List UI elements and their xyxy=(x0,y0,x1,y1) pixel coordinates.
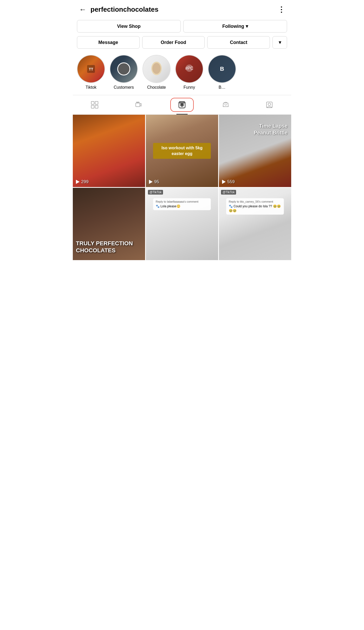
order-food-button[interactable]: Order Food xyxy=(142,36,205,49)
reel-text-4: TRULY PERFECTIONCHOCOLATES xyxy=(76,240,133,254)
top-action-buttons: View Shop Following ▾ xyxy=(73,18,291,35)
reel-caption-2: Iso workout with 5kg easter egg xyxy=(153,143,211,159)
reel-cell-2[interactable]: Iso workout with 5kg easter egg 95 xyxy=(146,115,218,187)
svg-rect-13 xyxy=(138,102,139,103)
svg-rect-11 xyxy=(136,103,140,107)
tab-shop[interactable] xyxy=(204,95,248,114)
view-count-2: 95 xyxy=(149,179,159,184)
highlight-label-tiktok: Tiktok xyxy=(86,85,96,90)
customers-story-visual xyxy=(117,62,130,75)
svg-text:B: B xyxy=(220,66,224,72)
header: ← perfectionchocolates ⋮ xyxy=(73,0,291,18)
highlight-label-customers: Customers xyxy=(114,85,134,90)
tab-igtv[interactable] xyxy=(116,95,160,114)
highlight-circle-chocolate xyxy=(142,55,171,83)
tab-reels[interactable] xyxy=(160,95,204,114)
tagged-icon xyxy=(265,101,273,109)
back-button[interactable]: ← xyxy=(79,5,86,14)
message-button[interactable]: Message xyxy=(77,36,140,49)
reels-icon xyxy=(178,101,186,109)
profile-username: perfectionchocolates xyxy=(90,5,278,14)
svg-point-17 xyxy=(180,102,181,103)
svg-rect-10 xyxy=(95,105,98,108)
bottom-action-buttons: Message Order Food Contact ▾ xyxy=(73,35,291,52)
highlight-funny[interactable]: #PC Funny xyxy=(175,55,203,90)
svg-rect-12 xyxy=(136,102,138,103)
highlight-tiktok[interactable]: TT Tiktok xyxy=(77,55,105,90)
highlight-chocolate[interactable]: Chocolate xyxy=(142,55,171,90)
tiktok-badge-5: @TikTok xyxy=(148,190,163,195)
igtv-icon xyxy=(134,101,142,109)
svg-text:TT: TT xyxy=(89,67,93,71)
highlight-customers[interactable]: Customers xyxy=(110,55,138,90)
reel-comment-5: Reply to lalaellaaaaaa's comment 🐾 Lola … xyxy=(153,198,211,210)
play-icon-3 xyxy=(222,180,226,184)
svg-rect-9 xyxy=(91,105,94,108)
highlight-circle-extra: B xyxy=(208,55,236,83)
svg-point-19 xyxy=(184,102,184,103)
view-count-1: 299 xyxy=(76,179,88,184)
more-options-button[interactable]: ⋮ xyxy=(278,5,285,14)
play-icon-1 xyxy=(76,180,80,184)
highlight-circle-funny: #PC xyxy=(175,55,203,83)
svg-point-21 xyxy=(268,103,271,106)
grid-icon xyxy=(91,101,99,109)
reel-cell-6[interactable]: @TikTok Reply to tito_camey_56's comment… xyxy=(219,188,291,260)
highlight-label-funny: Funny xyxy=(184,85,195,90)
reel-cell-1[interactable]: 299 xyxy=(73,115,145,187)
tab-bar xyxy=(73,95,291,115)
tiktok-story-icon: TT xyxy=(86,64,96,74)
highlights-row: TT Tiktok Customers Chocolate xyxy=(73,52,291,95)
extra-story-icon: B xyxy=(216,62,229,75)
highlight-extra[interactable]: B B… xyxy=(208,55,236,90)
svg-point-18 xyxy=(182,102,183,103)
svg-rect-8 xyxy=(95,101,98,104)
tab-tagged[interactable] xyxy=(248,95,291,114)
reel-text-3: Time LapsePeanut Brittle xyxy=(254,123,288,136)
funny-story-icon: #PC xyxy=(183,62,196,75)
shop-icon xyxy=(222,101,230,109)
tiktok-badge-6: @TikTok xyxy=(221,190,236,195)
following-label: Following xyxy=(222,24,244,29)
view-shop-button[interactable]: View Shop xyxy=(77,20,181,33)
highlight-circle-customers xyxy=(110,55,138,83)
following-button[interactable]: Following ▾ xyxy=(183,20,287,33)
highlight-label-extra: B… xyxy=(219,85,226,90)
chocolate-story-icon xyxy=(149,61,164,77)
tab-grid[interactable] xyxy=(73,95,116,114)
chevron-down-icon: ▾ xyxy=(246,23,248,29)
reel-comment-6: Reply to tito_camey_56's comment 🐾 Could… xyxy=(226,198,284,215)
expand-button[interactable]: ▾ xyxy=(272,36,287,49)
reel-cell-5[interactable]: @TikTok Reply to lalaellaaaaaa's comment… xyxy=(146,188,218,260)
svg-rect-7 xyxy=(91,101,94,104)
highlight-label-chocolate: Chocolate xyxy=(147,85,166,90)
view-count-3: 559 xyxy=(222,179,235,184)
svg-point-3 xyxy=(152,63,161,74)
highlight-circle-tiktok: TT xyxy=(77,55,105,83)
contact-button[interactable]: Contact xyxy=(207,36,270,49)
svg-text:#PC: #PC xyxy=(185,66,193,70)
reels-tab-box xyxy=(170,98,194,112)
play-icon-2 xyxy=(149,180,153,184)
reels-grid: 299 Iso workout with 5kg easter egg 95 T… xyxy=(73,115,291,260)
reel-cell-3[interactable]: Time LapsePeanut Brittle 559 xyxy=(219,115,291,187)
reel-cell-4[interactable]: TRULY PERFECTIONCHOCOLATES xyxy=(73,188,145,260)
